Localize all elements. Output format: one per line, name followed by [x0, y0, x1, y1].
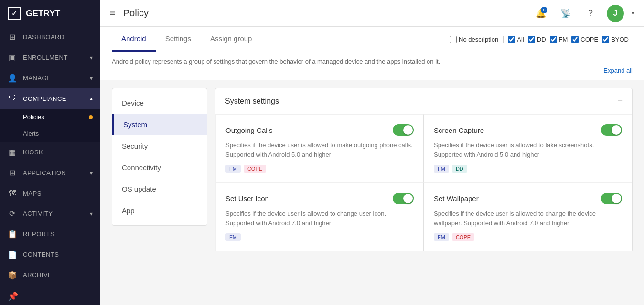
nav-item-connectivity[interactable]: Connectivity [112, 157, 207, 178]
sidebar-item-dashboard[interactable]: ⊞ DASHBOARD [0, 27, 100, 47]
card-tags-outgoing-calls: FM COPE [225, 165, 414, 173]
byod-label: BYOD [611, 36, 629, 43]
tab-android[interactable]: Android [112, 27, 156, 52]
toggle-set-wallpaper[interactable] [601, 193, 622, 204]
sidebar-item-enrollment[interactable]: ▣ ENROLLMENT ▾ [0, 47, 100, 68]
sidebar-label-activity: ACTIVITY [23, 210, 53, 217]
fm-checkbox[interactable] [550, 36, 557, 43]
maps-icon: 🗺 [8, 189, 17, 197]
card-set-user-icon: Set User Icon Specifies if the device us… [215, 183, 424, 251]
cope-label: COPE [580, 36, 598, 43]
logo-icon: ✓ [8, 7, 21, 20]
toggle-screen-capture[interactable] [601, 124, 622, 136]
sidebar-item-policies[interactable]: Policies [0, 109, 100, 125]
policies-badge [89, 115, 93, 119]
sidebar-item-manage[interactable]: 👤 MANAGE ▾ [0, 68, 100, 88]
card-header-outgoing-calls: Outgoing Calls [225, 124, 414, 136]
toggle-outgoing-calls[interactable] [393, 124, 414, 136]
hamburger-icon[interactable]: ≡ [110, 8, 116, 19]
sidebar-item-contents[interactable]: 📄 CONTENTS [0, 244, 100, 265]
nav-item-app[interactable]: App [112, 200, 207, 221]
sidebar-label-application: APPLICATION [23, 169, 66, 176]
toggle-set-user-icon[interactable] [393, 193, 414, 204]
dashboard-icon: ⊞ [8, 33, 17, 42]
tag-cope-wallpaper: COPE [452, 233, 474, 241]
filter-all: All [508, 36, 524, 43]
feed-icon[interactable]: 📡 [557, 5, 574, 22]
nav-item-device[interactable]: Device [112, 92, 207, 114]
application-icon: ⊞ [8, 168, 17, 177]
card-header-set-user-icon: Set User Icon [225, 193, 414, 204]
no-description-checkbox[interactable] [450, 36, 457, 43]
card-title-set-wallpaper: Set Wallpaper [434, 195, 479, 203]
all-label: All [517, 36, 524, 43]
notification-badge: 0 [541, 7, 547, 13]
manage-icon: 👤 [8, 74, 17, 83]
tag-fm-screen: FM [434, 165, 449, 173]
byod-checkbox[interactable] [602, 36, 609, 43]
policy-layout: Device System Security Connectivity OS u… [100, 80, 644, 299]
tab-settings[interactable]: Settings [156, 27, 201, 52]
card-title-outgoing-calls: Outgoing Calls [225, 126, 272, 134]
tag-cope-outgoing: COPE [244, 165, 266, 173]
main-content: ≡ Policy 🔔 0 📡 ? J ▾ Android Settings As… [100, 0, 644, 305]
policies-label: Policies [23, 113, 44, 120]
filter-no-description: No description [450, 36, 498, 43]
filter-bar: No description | All DD FM COPE BYOD [446, 35, 633, 44]
card-screen-capture: Screen Capture Specifies if the device u… [424, 114, 632, 183]
filter-fm: FM [550, 36, 568, 43]
sidebar-label-reports: REPORTS [23, 230, 54, 238]
help-icon[interactable]: ? [582, 5, 599, 22]
sidebar-item-compliance[interactable]: 🛡 COMPLIANCE ▴ [0, 88, 100, 109]
sidebar-label-compliance: COMPLIANCE [23, 95, 66, 102]
alerts-label: Alerts [23, 130, 39, 137]
section-header: System settings − [215, 88, 633, 114]
tabs-bar: Android Settings Assign group No descrip… [100, 27, 644, 52]
enrollment-icon: ▣ [8, 53, 17, 62]
nav-item-security[interactable]: Security [112, 135, 207, 157]
chevron-down-icon: ▾ [90, 75, 93, 82]
filter-separator: | [502, 35, 504, 44]
cards-grid: Outgoing Calls Specifies if the device u… [215, 114, 633, 251]
card-outgoing-calls: Outgoing Calls Specifies if the device u… [215, 114, 424, 183]
collapse-icon[interactable]: − [617, 96, 623, 106]
section-title: System settings [225, 97, 279, 106]
filter-dd: DD [528, 36, 546, 43]
nav-item-system[interactable]: System [112, 114, 207, 135]
expand-all-link[interactable]: Expand all [603, 67, 633, 74]
card-desc-set-wallpaper: Specifies if the device user is allowed … [434, 209, 622, 228]
dd-checkbox[interactable] [528, 36, 535, 43]
policy-description: Android policy represents a group of set… [112, 58, 440, 65]
card-title-screen-capture: Screen Capture [434, 126, 484, 134]
chevron-up-icon: ▴ [90, 95, 93, 102]
sidebar-item-maps[interactable]: 🗺 MAPS [0, 183, 100, 203]
all-checkbox[interactable] [508, 36, 515, 43]
sidebar-label-enrollment: ENROLLMENT [23, 54, 68, 61]
fm-label: FM [559, 36, 568, 43]
sidebar-label-manage: MANAGE [23, 75, 51, 82]
sidebar-item-reports[interactable]: 📋 REPORTS [0, 224, 100, 244]
compliance-icon: 🛡 [8, 94, 17, 103]
avatar[interactable]: J [607, 5, 624, 22]
card-header-screen-capture: Screen Capture [434, 124, 622, 136]
tab-assign-group[interactable]: Assign group [201, 27, 262, 52]
card-set-wallpaper: Set Wallpaper Specifies if the device us… [424, 183, 632, 251]
sidebar-item-application[interactable]: ⊞ APPLICATION ▾ [0, 163, 100, 183]
policy-nav-card: Device System Security Connectivity OS u… [112, 88, 207, 226]
sidebar-item-archive[interactable]: 📦 ARCHIVE [0, 265, 100, 285]
kiosk-icon: ▦ [8, 148, 17, 157]
tag-fm-outgoing: FM [225, 165, 241, 173]
pin-icon[interactable]: 📌 [0, 285, 100, 305]
avatar-chevron-icon[interactable]: ▾ [632, 10, 634, 17]
sidebar-item-alerts[interactable]: Alerts [0, 125, 100, 142]
cope-checkbox[interactable] [571, 36, 579, 43]
nav-item-os-update[interactable]: OS update [112, 178, 207, 200]
notification-icon[interactable]: 🔔 0 [532, 5, 549, 22]
sidebar: ✓ GETRYT ⊞ DASHBOARD ▣ ENROLLMENT ▾ 👤 MA… [0, 0, 100, 305]
description-bar: Android policy represents a group of set… [100, 52, 644, 80]
card-header-set-wallpaper: Set Wallpaper [434, 193, 622, 204]
sidebar-item-kiosk[interactable]: ▦ KIOSK [0, 142, 100, 163]
sidebar-item-activity[interactable]: ⟳ ACTIVITY ▾ [0, 203, 100, 224]
contents-icon: 📄 [8, 250, 17, 259]
app-logo[interactable]: ✓ GETRYT [0, 0, 100, 27]
